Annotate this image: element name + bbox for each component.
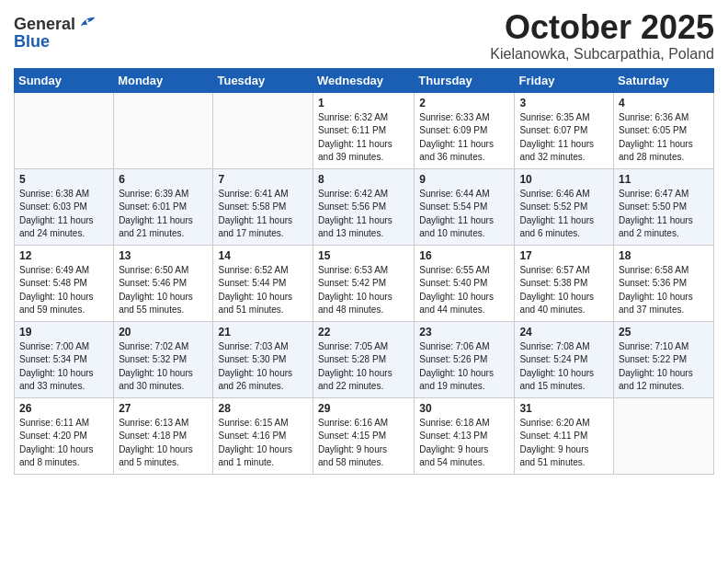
table-row: 29Sunrise: 6:16 AM Sunset: 4:15 PM Dayli… xyxy=(313,397,415,474)
col-thursday: Thursday xyxy=(415,68,515,92)
logo: General Blue xyxy=(14,15,97,52)
day-number: 21 xyxy=(218,326,308,339)
day-number: 18 xyxy=(619,249,709,262)
day-info: Sunrise: 6:13 AM Sunset: 4:18 PM Dayligh… xyxy=(119,417,208,470)
day-number: 8 xyxy=(318,173,409,186)
day-info: Sunrise: 7:08 AM Sunset: 5:24 PM Dayligh… xyxy=(519,340,609,394)
logo-general-text: General xyxy=(14,16,75,34)
table-row: 21Sunrise: 7:03 AM Sunset: 5:30 PM Dayli… xyxy=(213,321,313,397)
table-row: 28Sunrise: 6:15 AM Sunset: 4:16 PM Dayli… xyxy=(213,397,313,474)
day-info: Sunrise: 6:38 AM Sunset: 6:03 PM Dayligh… xyxy=(19,188,108,241)
table-row: 23Sunrise: 7:06 AM Sunset: 5:26 PM Dayli… xyxy=(415,321,515,397)
location-title: Kielanowka, Subcarpathia, Poland xyxy=(490,46,714,63)
day-number: 17 xyxy=(519,249,609,262)
col-friday: Friday xyxy=(515,68,614,92)
table-row: 10Sunrise: 6:46 AM Sunset: 5:52 PM Dayli… xyxy=(515,168,614,245)
day-info: Sunrise: 6:11 AM Sunset: 4:20 PM Dayligh… xyxy=(19,417,108,470)
page: General Blue October 2025 Kielanowka, Su… xyxy=(0,0,728,563)
table-row: 13Sunrise: 6:50 AM Sunset: 5:46 PM Dayli… xyxy=(114,245,213,321)
logo-bird-icon xyxy=(77,15,97,35)
table-row: 6Sunrise: 6:39 AM Sunset: 6:01 PM Daylig… xyxy=(114,168,213,245)
day-info: Sunrise: 6:41 AM Sunset: 5:58 PM Dayligh… xyxy=(218,188,308,241)
table-row: 24Sunrise: 7:08 AM Sunset: 5:24 PM Dayli… xyxy=(515,321,614,397)
day-number: 12 xyxy=(19,249,108,262)
table-row xyxy=(114,92,213,168)
day-info: Sunrise: 6:50 AM Sunset: 5:46 PM Dayligh… xyxy=(119,264,208,317)
day-number: 9 xyxy=(419,173,509,186)
header: General Blue October 2025 Kielanowka, Su… xyxy=(14,9,714,63)
table-row: 12Sunrise: 6:49 AM Sunset: 5:48 PM Dayli… xyxy=(15,245,114,321)
day-number: 31 xyxy=(519,402,609,415)
calendar-table: Sunday Monday Tuesday Wednesday Thursday… xyxy=(14,68,714,475)
day-info: Sunrise: 6:55 AM Sunset: 5:40 PM Dayligh… xyxy=(419,264,509,317)
title-block: October 2025 Kielanowka, Subcarpathia, P… xyxy=(490,9,714,63)
day-info: Sunrise: 6:15 AM Sunset: 4:16 PM Dayligh… xyxy=(218,417,308,470)
day-info: Sunrise: 6:33 AM Sunset: 6:09 PM Dayligh… xyxy=(419,111,509,165)
table-row: 15Sunrise: 6:53 AM Sunset: 5:42 PM Dayli… xyxy=(313,245,415,321)
table-row xyxy=(213,92,313,168)
day-number: 19 xyxy=(19,326,108,339)
day-number: 7 xyxy=(218,173,308,186)
day-info: Sunrise: 7:06 AM Sunset: 5:26 PM Dayligh… xyxy=(419,340,509,394)
day-number: 10 xyxy=(519,173,609,186)
day-info: Sunrise: 6:49 AM Sunset: 5:48 PM Dayligh… xyxy=(19,264,108,317)
day-number: 20 xyxy=(119,326,208,339)
day-number: 25 xyxy=(619,326,709,339)
day-info: Sunrise: 6:35 AM Sunset: 6:07 PM Dayligh… xyxy=(519,111,609,165)
day-number: 3 xyxy=(519,97,609,109)
table-row xyxy=(614,397,714,474)
calendar-week-row: 26Sunrise: 6:11 AM Sunset: 4:20 PM Dayli… xyxy=(15,397,714,474)
table-row: 31Sunrise: 6:20 AM Sunset: 4:11 PM Dayli… xyxy=(515,397,614,474)
calendar-week-row: 1Sunrise: 6:32 AM Sunset: 6:11 PM Daylig… xyxy=(15,92,714,168)
calendar-week-row: 5Sunrise: 6:38 AM Sunset: 6:03 PM Daylig… xyxy=(15,168,714,245)
table-row: 1Sunrise: 6:32 AM Sunset: 6:11 PM Daylig… xyxy=(313,92,415,168)
table-row: 7Sunrise: 6:41 AM Sunset: 5:58 PM Daylig… xyxy=(213,168,313,245)
col-sunday: Sunday xyxy=(15,68,114,92)
day-info: Sunrise: 6:16 AM Sunset: 4:15 PM Dayligh… xyxy=(318,417,409,470)
table-row: 3Sunrise: 6:35 AM Sunset: 6:07 PM Daylig… xyxy=(515,92,614,168)
day-info: Sunrise: 7:10 AM Sunset: 5:22 PM Dayligh… xyxy=(619,340,709,394)
day-info: Sunrise: 6:42 AM Sunset: 5:56 PM Dayligh… xyxy=(318,188,409,241)
day-number: 14 xyxy=(218,249,308,262)
table-row: 19Sunrise: 7:00 AM Sunset: 5:34 PM Dayli… xyxy=(15,321,114,397)
table-row: 17Sunrise: 6:57 AM Sunset: 5:38 PM Dayli… xyxy=(515,245,614,321)
day-info: Sunrise: 6:18 AM Sunset: 4:13 PM Dayligh… xyxy=(419,417,509,470)
col-monday: Monday xyxy=(114,68,213,92)
day-number: 26 xyxy=(19,402,108,415)
day-info: Sunrise: 6:44 AM Sunset: 5:54 PM Dayligh… xyxy=(419,188,509,241)
day-info: Sunrise: 6:20 AM Sunset: 4:11 PM Dayligh… xyxy=(519,417,609,470)
day-number: 4 xyxy=(619,97,709,109)
day-number: 15 xyxy=(318,249,409,262)
table-row: 27Sunrise: 6:13 AM Sunset: 4:18 PM Dayli… xyxy=(114,397,213,474)
table-row: 2Sunrise: 6:33 AM Sunset: 6:09 PM Daylig… xyxy=(415,92,515,168)
table-row: 18Sunrise: 6:58 AM Sunset: 5:36 PM Dayli… xyxy=(614,245,714,321)
day-number: 11 xyxy=(619,173,709,186)
table-row: 20Sunrise: 7:02 AM Sunset: 5:32 PM Dayli… xyxy=(114,321,213,397)
col-tuesday: Tuesday xyxy=(213,68,313,92)
table-row: 5Sunrise: 6:38 AM Sunset: 6:03 PM Daylig… xyxy=(15,168,114,245)
day-info: Sunrise: 6:52 AM Sunset: 5:44 PM Dayligh… xyxy=(218,264,308,317)
day-number: 2 xyxy=(419,97,509,109)
table-row: 8Sunrise: 6:42 AM Sunset: 5:56 PM Daylig… xyxy=(313,168,415,245)
table-row: 11Sunrise: 6:47 AM Sunset: 5:50 PM Dayli… xyxy=(614,168,714,245)
table-row: 4Sunrise: 6:36 AM Sunset: 6:05 PM Daylig… xyxy=(614,92,714,168)
day-info: Sunrise: 6:53 AM Sunset: 5:42 PM Dayligh… xyxy=(318,264,409,317)
day-info: Sunrise: 7:00 AM Sunset: 5:34 PM Dayligh… xyxy=(19,340,108,394)
day-number: 29 xyxy=(318,402,409,415)
logo-blue-text: Blue xyxy=(14,33,50,52)
col-saturday: Saturday xyxy=(614,68,714,92)
day-info: Sunrise: 6:46 AM Sunset: 5:52 PM Dayligh… xyxy=(519,188,609,241)
day-info: Sunrise: 6:57 AM Sunset: 5:38 PM Dayligh… xyxy=(519,264,609,317)
table-row: 26Sunrise: 6:11 AM Sunset: 4:20 PM Dayli… xyxy=(15,397,114,474)
day-number: 28 xyxy=(218,402,308,415)
day-info: Sunrise: 6:47 AM Sunset: 5:50 PM Dayligh… xyxy=(619,188,709,241)
table-row: 9Sunrise: 6:44 AM Sunset: 5:54 PM Daylig… xyxy=(415,168,515,245)
col-wednesday: Wednesday xyxy=(313,68,415,92)
day-info: Sunrise: 6:39 AM Sunset: 6:01 PM Dayligh… xyxy=(119,188,208,241)
day-number: 23 xyxy=(419,326,509,339)
day-number: 13 xyxy=(119,249,208,262)
day-info: Sunrise: 7:03 AM Sunset: 5:30 PM Dayligh… xyxy=(218,340,308,394)
day-number: 22 xyxy=(318,326,409,339)
day-number: 6 xyxy=(119,173,208,186)
table-row: 25Sunrise: 7:10 AM Sunset: 5:22 PM Dayli… xyxy=(614,321,714,397)
